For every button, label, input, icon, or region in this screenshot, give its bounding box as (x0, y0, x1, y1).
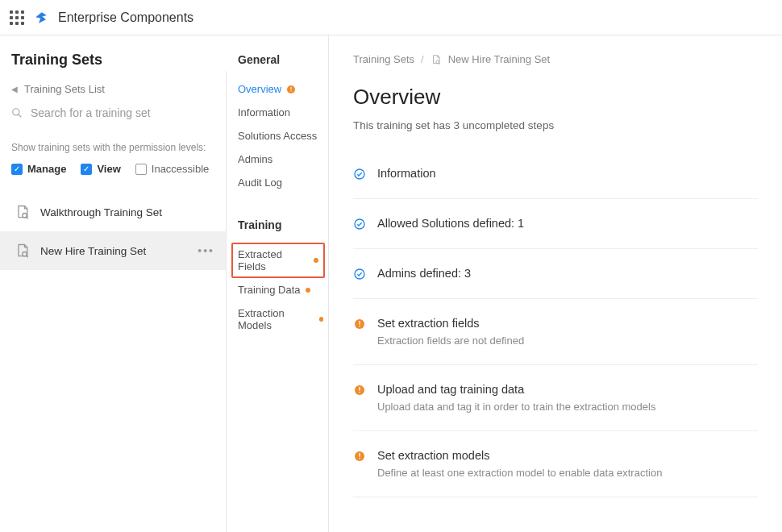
left-sidebar: Training Sets ◀ Training Sets List Show … (0, 35, 226, 532)
back-link-label: Training Sets List (24, 83, 105, 95)
search-input[interactable] (31, 106, 214, 119)
secondary-nav: General Overview Information Solutions A… (226, 35, 329, 532)
svg-point-13 (355, 269, 364, 279)
step-desc: Define at least one extraction model to … (377, 467, 758, 479)
warning-badge-icon (286, 85, 296, 94)
nav-item-label: Information (238, 106, 290, 118)
brand-icon (34, 10, 48, 25)
check-circle-icon (353, 218, 366, 231)
search-row (11, 106, 214, 119)
svg-rect-22 (359, 458, 360, 459)
svg-point-11 (355, 169, 364, 179)
nav-item-extracted-fields[interactable]: Extracted Fields (231, 243, 325, 278)
checkbox-icon: ✓ (11, 164, 23, 175)
step-title: Information (377, 167, 758, 180)
step-title: Set extraction fields (377, 317, 758, 330)
nav-item-audit-log[interactable]: Audit Log (238, 171, 323, 194)
step-row[interactable]: Admins defined: 3 (353, 249, 758, 299)
svg-point-12 (355, 219, 364, 229)
svg-point-0 (13, 109, 19, 115)
alert-circle-icon (353, 450, 366, 463)
perm-label-view: View (97, 163, 120, 175)
dot-warning-icon (319, 317, 323, 322)
app-title: Enterprise Components (58, 10, 193, 25)
training-set-name: Walkthrough Training Set (40, 206, 214, 218)
chevron-left-icon: ◀ (11, 85, 18, 94)
document-search-icon (15, 204, 31, 220)
nav-item-label: Extraction Models (238, 307, 314, 331)
nav-item-overview[interactable]: Overview (238, 77, 323, 101)
perm-checkbox-manage[interactable]: ✓ Manage (11, 163, 66, 175)
step-desc: Upload data and tag it in order to train… (377, 401, 758, 413)
search-icon (11, 107, 23, 118)
perm-label-inaccessible: Inaccessible (152, 163, 210, 175)
back-link[interactable]: ◀ Training Sets List (11, 83, 214, 95)
step-row[interactable]: Information (353, 159, 758, 199)
left-heading: Training Sets (11, 52, 214, 69)
dot-warning-icon (306, 288, 310, 293)
alert-circle-icon (353, 384, 366, 397)
nav-item-admins[interactable]: Admins (238, 148, 323, 171)
page-subtitle: This training set has 3 uncompleted step… (353, 119, 758, 131)
perm-checkbox-inaccessible[interactable]: Inaccessible (135, 163, 210, 175)
svg-rect-19 (359, 392, 360, 393)
step-row[interactable]: Set extraction models Define at least on… (353, 431, 758, 497)
nav-item-label: Extracted Fields (238, 248, 309, 272)
alert-circle-icon (353, 318, 366, 330)
topbar: Enterprise Components (0, 0, 782, 35)
step-title: Allowed Solutions defined: 1 (377, 217, 758, 230)
checkbox-icon: ✓ (81, 164, 92, 175)
training-set-list: Walkthrough Training Set New Hire Traini… (0, 193, 226, 270)
training-set-item[interactable]: New Hire Training Set ••• (0, 231, 226, 270)
nav-item-training-data[interactable]: Training Data (238, 278, 323, 301)
nav-section-title-general: General (238, 53, 323, 66)
svg-rect-7 (291, 87, 292, 90)
check-circle-icon (353, 168, 366, 181)
step-title: Set extraction models (377, 449, 758, 462)
breadcrumb: Training Sets / New Hire Training Set (353, 53, 758, 65)
breadcrumb-separator: / (421, 53, 424, 65)
nav-item-information[interactable]: Information (238, 101, 323, 124)
training-set-item[interactable]: Walkthrough Training Set (0, 193, 226, 231)
svg-rect-21 (359, 453, 360, 457)
svg-rect-18 (359, 387, 360, 391)
nav-item-label: Overview (238, 83, 281, 95)
step-title: Upload and tag training data (377, 383, 758, 396)
step-row[interactable]: Upload and tag training data Upload data… (353, 365, 758, 431)
svg-rect-16 (359, 326, 360, 326)
nav-item-label: Audit Log (238, 177, 282, 189)
document-search-icon (15, 243, 31, 259)
perm-label-manage: Manage (27, 163, 66, 175)
perm-checkbox-view[interactable]: ✓ View (81, 163, 120, 175)
app-grid-icon[interactable] (10, 10, 24, 25)
nav-item-label: Admins (238, 153, 272, 165)
more-icon[interactable]: ••• (198, 244, 214, 257)
page-title: Overview (353, 85, 758, 110)
svg-line-1 (19, 114, 22, 118)
checkbox-icon (135, 164, 147, 175)
step-desc: Extraction fields are not defined (377, 335, 758, 347)
step-row[interactable]: Allowed Solutions defined: 1 (353, 199, 758, 249)
step-title: Admins defined: 3 (377, 267, 758, 280)
nav-section-title-training: Training (238, 218, 323, 231)
training-set-name: New Hire Training Set (40, 245, 188, 257)
nav-item-solutions-access[interactable]: Solutions Access (238, 124, 323, 148)
svg-rect-15 (359, 321, 360, 325)
nav-item-extraction-models[interactable]: Extraction Models (238, 301, 323, 337)
nav-item-label: Solutions Access (238, 130, 317, 142)
steps-list: Information Allowed Solutions defined: 1… (353, 159, 758, 497)
step-row[interactable]: Set extraction fields Extraction fields … (353, 299, 758, 365)
permission-label: Show training sets with the permission l… (11, 142, 214, 153)
document-search-icon (431, 54, 442, 65)
breadcrumb-current: New Hire Training Set (448, 53, 550, 65)
breadcrumb-root[interactable]: Training Sets (353, 53, 414, 65)
check-circle-icon (353, 268, 366, 281)
svg-rect-8 (291, 90, 292, 91)
nav-item-label: Training Data (238, 284, 301, 296)
main-content: Training Sets / New Hire Training Set Ov… (329, 35, 782, 532)
permission-row: ✓ Manage ✓ View Inaccessible (11, 163, 214, 175)
dot-warning-icon (314, 258, 318, 263)
